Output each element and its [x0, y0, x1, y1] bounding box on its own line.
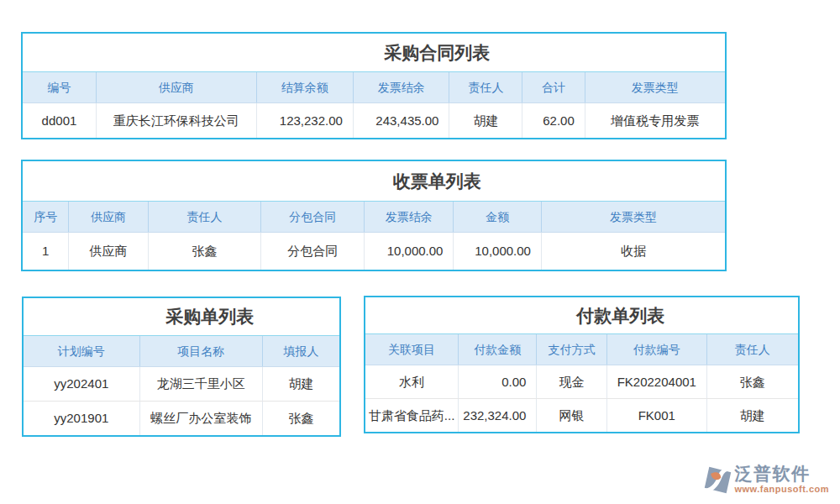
receipt-list-table: 收票单列表序号供应商责任人分包合同发票结余金额发票类型1供应商张鑫分包合同10,…	[21, 160, 727, 271]
column-header: 付款编号	[606, 334, 706, 365]
table-cell: 张鑫	[262, 402, 339, 435]
table-cell: 分包合同	[260, 233, 364, 270]
table-cell: 1	[23, 233, 68, 270]
column-header: 供应商	[96, 72, 256, 102]
table-row[interactable]: 水利0.00现金FK202204001张鑫	[365, 365, 798, 398]
table-cell: 62.00	[522, 103, 584, 138]
table-cell: 现金	[536, 365, 606, 398]
column-header: 责任人	[449, 72, 522, 102]
column-header: 金额	[453, 202, 541, 232]
column-header: 项目名称	[139, 336, 262, 366]
table-cell: 胡建	[449, 103, 522, 138]
table-header-row: 关联项目付款金额支付方式付款编号责任人	[365, 334, 798, 365]
purchase-contract-list-table: 采购合同列表编号供应商结算余额发票结余责任人合计发票类型dd001重庆长江环保科…	[21, 32, 727, 139]
table-title: 采购合同列表	[23, 34, 725, 72]
table-row[interactable]: 1供应商张鑫分包合同10,000.0010,000.00收据	[23, 233, 725, 270]
table-row[interactable]: yy202401龙湖三千里小区胡建	[24, 367, 339, 401]
table-cell: 0.00	[458, 365, 536, 398]
table-cell: yy202401	[24, 367, 139, 401]
table-title: 采购单列表	[24, 298, 339, 336]
column-header: 填报人	[262, 336, 339, 366]
column-header: 结算余额	[256, 72, 353, 102]
table-cell: FK001	[606, 399, 706, 432]
table-cell: 10,000.00	[453, 233, 541, 270]
table-cell: 甘肃省食品药...	[365, 399, 458, 432]
column-header: 发票类型	[541, 202, 725, 232]
table-header-row: 序号供应商责任人分包合同发票结余金额发票类型	[23, 202, 725, 233]
table-cell: 水利	[365, 365, 458, 398]
column-header: 分包合同	[260, 202, 364, 232]
table-row[interactable]: yy201901螺丝厂办公室装饰张鑫	[24, 401, 339, 435]
table-cell: 张鑫	[148, 233, 261, 270]
table-cell: 重庆长江环保科技公司	[96, 103, 256, 138]
logo-text-block: 泛普软件 www.fanpusoft.com	[734, 464, 829, 494]
table-title: 付款单列表	[365, 297, 798, 334]
table-cell: 123,232.00	[256, 103, 353, 138]
table-row[interactable]: dd001重庆长江环保科技公司123,232.00243,435.00胡建62.…	[23, 103, 725, 138]
table-cell: 243,435.00	[353, 103, 449, 138]
table-cell: 胡建	[706, 399, 798, 432]
table-cell: 龙湖三千里小区	[139, 367, 262, 401]
table-cell: 增值税专用发票	[585, 103, 725, 138]
table-cell: 供应商	[68, 233, 147, 270]
column-header: 责任人	[148, 202, 261, 232]
table-cell: 收据	[541, 233, 725, 270]
table-cell: 胡建	[262, 367, 339, 401]
purchase-order-list-table: 采购单列表计划编号项目名称填报人yy202401龙湖三千里小区胡建yy20190…	[22, 297, 341, 437]
table-cell: 螺丝厂办公室装饰	[139, 402, 262, 435]
table-cell: 网银	[536, 399, 606, 432]
table-cell: dd001	[23, 103, 96, 138]
column-header: 合计	[522, 72, 584, 102]
table-cell: 232,324.00	[458, 399, 536, 432]
logo-website-url: www.fanpusoft.com	[734, 484, 829, 494]
table-cell: FK202204001	[606, 365, 706, 398]
table-cell: yy201901	[24, 402, 139, 435]
column-header: 责任人	[706, 334, 798, 365]
table-cell: 10,000.00	[364, 233, 453, 270]
table-cell: 张鑫	[706, 365, 798, 398]
column-header: 关联项目	[365, 334, 458, 365]
page: 采购合同列表编号供应商结算余额发票结余责任人合计发票类型dd001重庆长江环保科…	[0, 0, 840, 504]
column-header: 计划编号	[24, 336, 139, 366]
table-header-row: 计划编号项目名称填报人	[24, 336, 339, 367]
logo-brand-name: 泛普软件	[734, 464, 829, 484]
fanpu-logo-icon	[702, 465, 733, 496]
table-title: 收票单列表	[23, 161, 725, 202]
table-row[interactable]: 甘肃省食品药...232,324.00网银FK001胡建	[365, 398, 798, 432]
column-header: 编号	[23, 72, 96, 102]
column-header: 支付方式	[536, 334, 606, 365]
table-header-row: 编号供应商结算余额发票结余责任人合计发票类型	[23, 72, 725, 103]
column-header: 付款金额	[458, 334, 536, 365]
payment-list-table: 付款单列表关联项目付款金额支付方式付款编号责任人水利0.00现金FK202204…	[364, 296, 800, 433]
fanpu-logo: 泛普软件 www.fanpusoft.com	[702, 464, 829, 496]
column-header: 发票结余	[353, 72, 449, 102]
column-header: 供应商	[68, 202, 147, 232]
column-header: 发票类型	[585, 72, 725, 102]
column-header: 发票结余	[364, 202, 453, 232]
column-header: 序号	[23, 202, 68, 232]
